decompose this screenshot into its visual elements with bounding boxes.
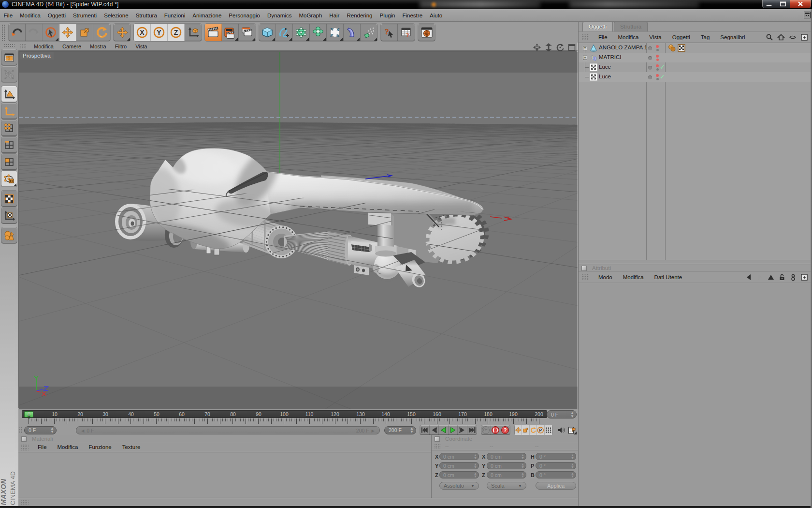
ruler-frame-label[interactable]: 150	[407, 411, 416, 417]
attributes-drag-handle[interactable]	[581, 274, 589, 281]
tree-row[interactable]: Luce ✓	[579, 62, 812, 72]
menu-item[interactable]: Rendering	[343, 9, 376, 21]
spinner-arrows[interactable]: ▲▼	[474, 454, 477, 460]
history-forward-icon[interactable]	[756, 273, 764, 281]
layer-dot[interactable]	[648, 66, 652, 70]
render-team-button[interactable]	[239, 24, 256, 41]
autokey-button[interactable]	[491, 425, 501, 435]
scale-y-field[interactable]: 0 cm▲▼	[487, 462, 526, 469]
object-name[interactable]: MATRICI	[599, 54, 621, 60]
materials-menu-item[interactable]: Funzione	[83, 444, 116, 450]
rotation-h-field[interactable]: 0 °▲▼	[536, 453, 576, 460]
maximize-button[interactable]	[776, 0, 790, 8]
ruler-frame-label[interactable]: 90	[256, 411, 261, 417]
polygons-mode-button[interactable]	[1, 154, 17, 170]
ruler-frame-label[interactable]: 120	[331, 411, 339, 417]
spinner-arrows[interactable]: ▲▼	[474, 463, 477, 469]
ruler-frame-label[interactable]: 170	[458, 411, 467, 417]
object-name[interactable]: Luce	[599, 64, 611, 70]
object-manager-menu-item[interactable]: File	[593, 34, 613, 40]
layer-dot[interactable]	[648, 56, 652, 60]
deformer-button[interactable]	[327, 24, 344, 41]
minimize-button[interactable]	[763, 0, 776, 8]
close-button[interactable]	[790, 0, 811, 8]
tab-oggetti[interactable]: Oggetti	[582, 22, 613, 31]
ruler-frame-label[interactable]: 0	[28, 411, 30, 417]
ruler-frame-label[interactable]: 200	[535, 411, 543, 417]
spinner-arrows[interactable]: ▲▼	[571, 454, 574, 460]
viewport-menu-item[interactable]: Vista	[131, 44, 151, 49]
tree-expand-toggle[interactable]: +	[583, 56, 587, 60]
spinner-arrows[interactable]: ▲▼	[521, 454, 524, 460]
object-enabled-check[interactable]: ✓	[660, 73, 665, 80]
ruler-frame-label[interactable]: 30	[102, 411, 108, 417]
menu-item[interactable]: Struttura	[132, 9, 160, 21]
play-button[interactable]	[449, 425, 458, 435]
layout-switch-icon[interactable]	[804, 12, 811, 18]
key-rotation-button[interactable]	[530, 425, 537, 435]
axis-y-button[interactable]: Y	[151, 24, 168, 41]
points-mode-button[interactable]	[1, 120, 17, 136]
play-backwards-button[interactable]	[439, 425, 449, 435]
position-x-field[interactable]: 0 cm▲▼	[439, 453, 479, 460]
spinner-arrows[interactable]: ▲▼	[571, 472, 574, 478]
tree-expand-toggle[interactable]: +	[583, 46, 587, 50]
tab-struttura[interactable]: Struttura	[614, 22, 648, 31]
redo-button[interactable]	[26, 24, 43, 41]
menu-item[interactable]: Plugin	[376, 9, 399, 21]
workplane-button[interactable]	[1, 208, 17, 224]
editor-visibility-dot[interactable]	[656, 74, 659, 77]
ruler-frame-label[interactable]: 190	[509, 411, 518, 417]
ruler-frame-label[interactable]: 160	[433, 411, 441, 417]
last-tool-button[interactable]	[114, 24, 130, 41]
attributes-menu-item[interactable]: Dati Utente	[649, 274, 688, 280]
camera-label[interactable]: Prospettiva	[20, 52, 54, 60]
panel-checkbox-icon[interactable]	[21, 436, 27, 442]
spinner-arrows[interactable]: ▲▼	[521, 472, 524, 478]
key-position-button[interactable]	[515, 425, 522, 435]
axis-z-button[interactable]: Z	[168, 24, 185, 41]
globe-win-button[interactable]	[418, 24, 435, 41]
ruler-frame-label[interactable]: 140	[381, 411, 390, 417]
tree-row[interactable]: Luce ✓	[579, 72, 812, 82]
texture-checker-button[interactable]	[1, 191, 17, 207]
primitive-cube-button[interactable]	[259, 24, 276, 41]
edges-mode-button[interactable]	[1, 137, 17, 153]
editor-visibility-dot[interactable]	[656, 64, 659, 67]
render-visibility-dot[interactable]	[656, 78, 659, 80]
menu-item[interactable]: Aiuto	[426, 9, 446, 21]
timeline-ticks[interactable]	[29, 418, 540, 424]
eye-icon[interactable]	[789, 33, 797, 41]
materials-menu-item[interactable]: Texture	[117, 444, 146, 450]
modeling-button[interactable]	[310, 24, 327, 41]
position-z-field[interactable]: 0 cm▲▼	[439, 471, 479, 478]
rotation-b-field[interactable]: 0 °▲▼	[536, 471, 576, 478]
toolbar-drag-handle[interactable]	[1, 24, 5, 41]
timeline-range-slider[interactable]: ◄ 0 F 200 F ►	[76, 426, 380, 434]
live-selection-button[interactable]	[43, 24, 59, 41]
menu-item[interactable]: MoGraph	[295, 9, 326, 21]
viewport-menu-item[interactable]: Filtro	[111, 44, 131, 49]
ruler-frame-label[interactable]: 10	[52, 411, 58, 417]
menu-item[interactable]: Personaggio	[225, 9, 264, 21]
object-manager-menu-item[interactable]: Tag	[696, 34, 715, 40]
viewport-zoom-icon[interactable]	[544, 43, 553, 52]
viewport-menu-item[interactable]: Modifica	[29, 44, 58, 49]
menu-item[interactable]: Selezione	[101, 9, 132, 21]
ruler-frame-label[interactable]: 80	[230, 411, 236, 417]
add-object-icon[interactable]	[800, 33, 808, 41]
tag-list[interactable]	[667, 44, 686, 52]
render-visibility-dot[interactable]	[656, 59, 659, 61]
object-manager-menu-item[interactable]: Oggetti	[667, 34, 696, 40]
particles-button[interactable]	[361, 24, 377, 41]
layer-dot[interactable]	[648, 46, 652, 50]
current-frame-spinner[interactable]: 0 F▲▼	[547, 410, 577, 418]
axis-x-button[interactable]: X	[134, 24, 151, 41]
layer-dot[interactable]	[648, 75, 652, 79]
layout-button[interactable]	[1, 49, 17, 65]
render-settings-button[interactable]	[222, 24, 239, 41]
ruler-frame-label[interactable]: 100	[280, 411, 289, 417]
materials-drag-handle[interactable]	[21, 444, 29, 450]
viewport-drag-handle[interactable]	[20, 44, 27, 49]
ruler-frame-label[interactable]: 60	[179, 411, 185, 417]
